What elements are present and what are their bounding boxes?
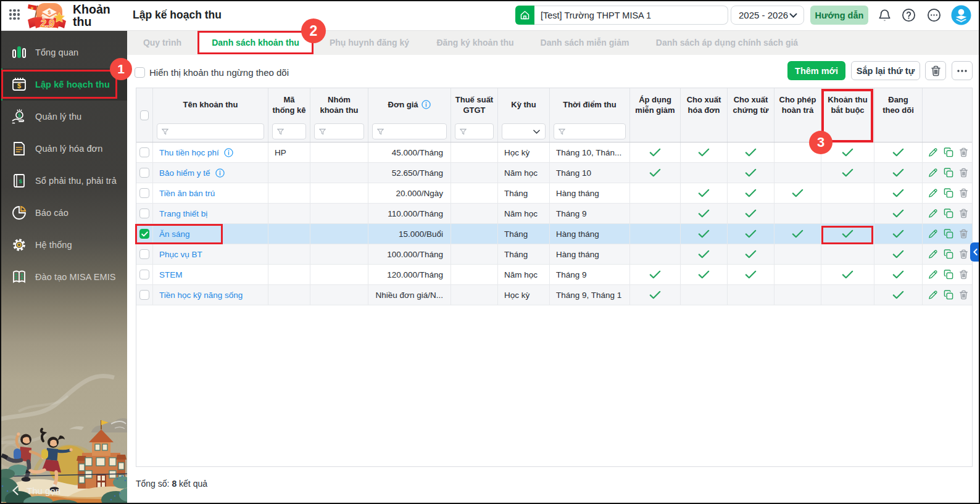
copy-icon[interactable] (944, 270, 953, 279)
cell-bat-buoc (821, 163, 874, 183)
cell-name: Tiền ăn bán trú (153, 183, 268, 203)
cell-tax (451, 244, 498, 264)
trash-icon[interactable] (959, 168, 968, 178)
row-checkbox[interactable] (139, 249, 149, 259)
trash-icon[interactable] (959, 147, 968, 157)
notification-bell-icon[interactable] (878, 8, 892, 22)
cell-theo-doi (874, 265, 923, 284)
info-icon[interactable] (224, 148, 233, 157)
trash-icon[interactable] (959, 209, 968, 218)
cell-hoa-don (681, 143, 728, 162)
tab-danh-sach-khoan-thu[interactable]: Danh sách khoản thu (197, 30, 314, 55)
sidebar-item-quan-ly-thu[interactable]: $ Quản lý thu (0, 101, 127, 133)
table-row-3[interactable]: Tiền ăn bán trú20.000/NgàyThángHàng thán… (136, 183, 972, 204)
sidebar-item-dao-tao[interactable]: Đào tạo MISA EMIS (0, 261, 127, 293)
cell-hoa-don (681, 265, 728, 284)
filter-input[interactable] (314, 123, 364, 139)
copy-icon[interactable] (944, 249, 953, 259)
cell-group (310, 244, 368, 264)
fee-name-link[interactable]: Tiền ăn bán trú (159, 189, 215, 198)
tab-quy-trinh[interactable]: Quy trình (127, 30, 197, 55)
trash-icon[interactable] (959, 290, 968, 300)
pencil-icon[interactable] (928, 249, 938, 259)
checkbox[interactable] (135, 67, 145, 78)
filter-input[interactable] (455, 123, 494, 139)
table-row-5[interactable]: Ăn sáng15.000/BuổiThángHàng tháng (136, 224, 972, 244)
table-row-1[interactable]: Thu tiền học phíHP45.000/ThángHọc kỳThán… (136, 143, 972, 163)
cell-actions (923, 183, 973, 203)
filter-input[interactable] (272, 123, 306, 139)
row-checkbox[interactable] (139, 147, 149, 157)
sidebar-item-quan-ly-hoa-don[interactable]: Quản lý hóa đơn (0, 133, 127, 165)
tab-dang-ky-khoan-thu[interactable]: Đăng ký khoản thu (425, 30, 525, 55)
info-icon[interactable] (215, 168, 225, 178)
table-row-7[interactable]: STEM120.000/ThángNăm họcTháng 9 (136, 265, 972, 285)
school-selector[interactable]: [Test] Trường THPT MISA 1 (515, 6, 728, 25)
trash-icon[interactable] (959, 270, 968, 279)
fee-name-link[interactable]: Phục vụ BT (159, 250, 202, 259)
filter-input[interactable] (372, 123, 447, 139)
right-panel-toggle[interactable] (970, 242, 980, 262)
table-row-4[interactable]: Trang thiết bị110.000/ThángNăm họcTháng … (136, 204, 972, 224)
fee-name-link[interactable]: Thu tiền học phí (159, 148, 219, 157)
sidebar-item-lap-ke-hoach-thu[interactable]: $ Lập kế hoạch thu (0, 68, 127, 101)
add-new-button[interactable]: Thêm mới (787, 61, 845, 80)
fee-name-link[interactable]: Trang thiết bị (159, 209, 207, 218)
school-input[interactable]: [Test] Trường THPT MISA 1 (534, 6, 728, 25)
copy-icon[interactable] (944, 188, 953, 198)
delete-button[interactable] (925, 61, 946, 80)
help-circle-icon[interactable] (902, 8, 916, 22)
pencil-icon[interactable] (928, 168, 938, 178)
row-checkbox[interactable] (139, 168, 149, 178)
row-checkbox[interactable] (139, 229, 149, 239)
user-avatar[interactable] (951, 5, 971, 25)
sidebar-item-bao-cao[interactable]: Báo cáo (0, 197, 127, 229)
row-checkbox[interactable] (139, 209, 149, 218)
sidebar-item-so-phai-thu[interactable]: $ Sổ phải thu, phải trả (0, 165, 127, 197)
filter-input[interactable] (157, 123, 264, 139)
sidebar-collapse-button[interactable]: Thu gọn (0, 483, 127, 498)
fee-name-link[interactable]: Bảo hiểm y tế (159, 168, 210, 178)
pencil-icon[interactable] (928, 147, 938, 157)
trash-icon[interactable] (959, 188, 968, 198)
check-icon (842, 229, 853, 238)
trash-icon[interactable] (959, 249, 968, 259)
tab-phu-huynh-dang-ky[interactable]: Phụ huynh đăng ký (314, 30, 425, 55)
table-row-2[interactable]: Bảo hiểm y tế52.650/ThángNăm họcTháng 10 (136, 163, 972, 183)
table-row-8[interactable]: Tiền học kỹ năng sốngNhiều đơn giá/N...H… (136, 285, 972, 305)
app-grid-menu-icon[interactable] (9, 9, 20, 20)
copy-icon[interactable] (944, 168, 953, 178)
sidebar-item-he-thong[interactable]: Hệ thống (0, 229, 127, 261)
copy-icon[interactable] (944, 290, 953, 300)
sidebar-item-tong-quan[interactable]: Tổng quan (0, 36, 127, 68)
reorder-button[interactable]: Sắp lại thứ tự (851, 61, 920, 80)
row-checkbox[interactable] (139, 188, 149, 198)
help-guide-button[interactable]: Hướng dẫn (810, 6, 868, 25)
more-actions-button[interactable] (952, 61, 973, 80)
pencil-icon[interactable] (928, 209, 938, 218)
fee-name-link[interactable]: Tiền học kỹ năng sống (159, 291, 243, 300)
filter-input[interactable] (554, 123, 626, 139)
row-checkbox[interactable] (139, 270, 149, 279)
filter-select[interactable] (502, 123, 546, 139)
pencil-icon[interactable] (928, 290, 938, 300)
pencil-icon[interactable] (928, 188, 938, 198)
copy-icon[interactable] (944, 209, 953, 218)
row-checkbox[interactable] (139, 290, 149, 300)
pencil-icon[interactable] (928, 229, 938, 239)
copy-icon[interactable] (944, 147, 953, 157)
pencil-icon[interactable] (928, 270, 938, 279)
copy-icon[interactable] (944, 229, 953, 239)
select-all-checkbox[interactable] (140, 110, 149, 120)
info-icon[interactable] (421, 100, 431, 109)
year-select[interactable]: 2025 - 2026 (731, 6, 804, 25)
tab-danh-sach-ap-dung-chinh-sach-gia[interactable]: Danh sách áp dụng chính sách giá (644, 30, 810, 55)
tab-danh-sach-mien-giam[interactable]: Danh sách miễn giảm (525, 30, 644, 55)
fee-name-link[interactable]: Ăn sáng (159, 229, 190, 239)
trash-icon[interactable] (959, 229, 968, 239)
more-options-icon[interactable] (927, 8, 941, 22)
annotation-badge-3: 3 (809, 131, 833, 154)
show-stopped-checkbox[interactable]: Hiển thị khoản thu ngừng theo dõi (135, 67, 289, 78)
table-row-6[interactable]: Phục vụ BT100.000/ThángThángHàng tháng (136, 244, 972, 265)
fee-name-link[interactable]: STEM (159, 270, 183, 279)
